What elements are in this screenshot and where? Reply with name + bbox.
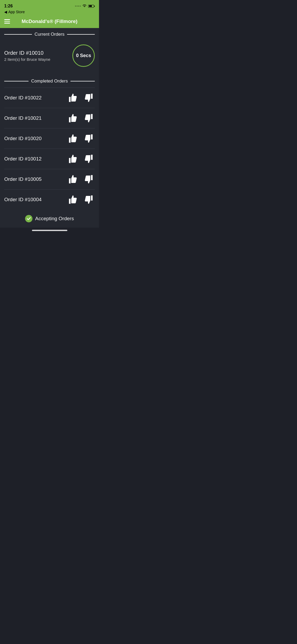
completed-line-left (4, 81, 29, 81)
menu-line-3 (4, 23, 10, 24)
wifi-icon (82, 4, 87, 8)
back-navigation[interactable]: ◀ App Store (0, 9, 99, 16)
order-actions (67, 132, 95, 145)
thumbs-up-icon (68, 174, 79, 185)
completed-order-id: Order ID #10022 (4, 95, 42, 101)
thumb-up-button[interactable] (67, 153, 79, 165)
timer-circle: 0 Secs (72, 44, 95, 67)
completed-orders-section: Completed Orders Order ID #10022 Order I… (0, 75, 99, 210)
thumb-down-button[interactable] (82, 132, 95, 145)
thumb-down-button[interactable] (82, 91, 95, 104)
completed-order-row: Order ID #10022 (4, 88, 95, 108)
thumb-up-button[interactable] (67, 193, 79, 206)
status-icons (75, 4, 95, 8)
thumb-down-button[interactable] (82, 193, 95, 206)
section-line-right (67, 34, 95, 35)
thumbs-down-icon (83, 133, 94, 144)
current-orders-header: Current Orders (4, 28, 95, 41)
home-bar (32, 230, 67, 231)
completed-order-id: Order ID #10020 (4, 136, 42, 141)
completed-order-row: Order ID #10005 (4, 169, 95, 189)
current-order-card[interactable]: Order ID #10010 2 Item(s) for Bruce Wayn… (4, 41, 95, 71)
back-label: App Store (8, 10, 25, 14)
completed-order-row: Order ID #10004 (4, 189, 95, 210)
content-area: Current Orders Order ID #10010 2 Item(s)… (0, 28, 99, 210)
order-actions (67, 91, 95, 104)
order-actions (67, 112, 95, 125)
order-actions (67, 193, 95, 206)
completed-order-row: Order ID #10012 (4, 149, 95, 169)
thumbs-down-icon (83, 194, 94, 205)
thumbs-up-icon (68, 133, 79, 144)
completed-order-id: Order ID #10021 (4, 115, 42, 121)
thumb-down-button[interactable] (82, 153, 95, 165)
status-time: 1:26 (4, 4, 13, 8)
thumb-up-button[interactable] (67, 112, 79, 125)
home-indicator (0, 228, 99, 236)
back-arrow: ◀ (4, 10, 7, 14)
current-order-info: Order ID #10010 2 Item(s) for Bruce Wayn… (4, 50, 50, 62)
section-line-left (4, 34, 32, 35)
thumb-down-button[interactable] (82, 173, 95, 186)
accepting-text: Accepting Orders (35, 216, 74, 222)
order-actions (67, 173, 95, 186)
menu-line-1 (4, 19, 10, 20)
menu-line-2 (4, 21, 10, 22)
signal-icon (75, 6, 81, 7)
current-order-id: Order ID #10010 (4, 50, 50, 56)
battery-icon (88, 5, 95, 8)
completed-orders-list: Order ID #10022 Order ID #10021 Order ID… (4, 88, 95, 210)
thumbs-down-icon (83, 153, 94, 164)
completed-order-id: Order ID #10012 (4, 156, 42, 162)
completed-line-right (70, 81, 95, 81)
completed-orders-header: Completed Orders (4, 75, 95, 88)
thumbs-down-icon (83, 113, 94, 124)
checkmark-icon (27, 217, 31, 221)
timer-display: 0 Secs (76, 53, 91, 58)
thumbs-up-icon (68, 113, 79, 124)
header-title: McDonald's® (Fillmore) (22, 19, 78, 24)
thumb-down-button[interactable] (82, 112, 95, 125)
thumbs-up-icon (68, 92, 79, 103)
completed-orders-title: Completed Orders (31, 79, 68, 84)
completed-order-id: Order ID #10005 (4, 176, 42, 182)
thumbs-down-icon (83, 92, 94, 103)
current-order-items: 2 Item(s) for Bruce Wayne (4, 57, 50, 62)
status-bar: 1:26 (0, 0, 99, 9)
completed-order-row: Order ID #10021 (4, 108, 95, 128)
thumbs-down-icon (83, 174, 94, 185)
completed-order-row: Order ID #10020 (4, 128, 95, 149)
page-wrapper: 1:26 ◀ (0, 0, 99, 236)
current-orders-section: Current Orders Order ID #10010 2 Item(s)… (0, 28, 99, 75)
thumbs-up-icon (68, 194, 79, 205)
thumb-up-button[interactable] (67, 132, 79, 145)
app-header: McDonald's® (Fillmore) (0, 16, 99, 28)
order-actions (67, 153, 95, 165)
accepting-badge (25, 215, 32, 222)
current-orders-title: Current Orders (35, 32, 64, 37)
footer: Accepting Orders (0, 210, 99, 228)
thumbs-up-icon (68, 153, 79, 164)
menu-button[interactable] (4, 19, 10, 24)
thumb-up-button[interactable] (67, 173, 79, 186)
completed-order-id: Order ID #10004 (4, 197, 42, 203)
thumb-up-button[interactable] (67, 91, 79, 104)
